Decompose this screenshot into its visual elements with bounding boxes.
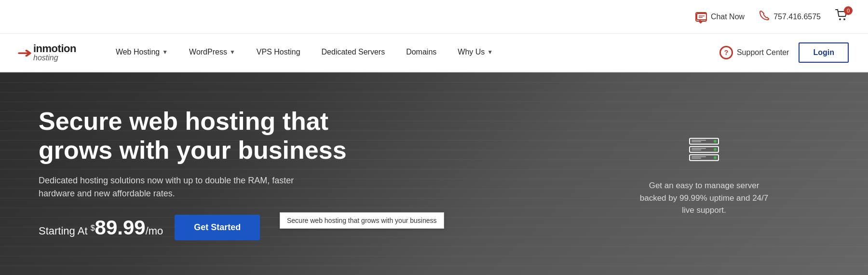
hero-section: Secure web hosting that grows with your … bbox=[0, 72, 868, 275]
chevron-down-icon: ▼ bbox=[162, 49, 168, 55]
svg-point-3 bbox=[839, 18, 841, 20]
cart-icon: 0 bbox=[835, 9, 849, 25]
nav-items: Web Hosting ▼ WordPress ▼ VPS Hosting De… bbox=[105, 33, 719, 72]
svg-point-8 bbox=[714, 140, 717, 143]
svg-rect-0 bbox=[697, 14, 706, 20]
nav-item-vps-hosting[interactable]: VPS Hosting bbox=[246, 33, 311, 72]
svg-point-9 bbox=[714, 148, 717, 151]
logo-arrow-icon: ➜ bbox=[17, 45, 32, 61]
nav-bar: ➜ inmotion hosting Web Hosting ▼ WordPre… bbox=[0, 34, 868, 72]
chat-now-link[interactable]: Chat Now bbox=[695, 12, 745, 22]
hero-price: Starting At $89.99/mo bbox=[39, 216, 163, 239]
top-bar: Chat Now 757.416.6575 0 bbox=[0, 0, 868, 34]
hero-subtitle: Dedicated hosting solutions now with up … bbox=[39, 174, 309, 200]
chevron-down-icon: ▼ bbox=[230, 49, 235, 55]
svg-point-10 bbox=[714, 156, 717, 159]
svg-rect-13 bbox=[692, 148, 706, 149]
nav-label-dedicated-servers: Dedicated Servers bbox=[322, 48, 385, 56]
price-suffix: /mo bbox=[146, 225, 163, 237]
nav-label-web-hosting: Web Hosting bbox=[116, 48, 160, 56]
svg-point-4 bbox=[843, 18, 845, 20]
chat-icon bbox=[695, 12, 707, 22]
phone-icon bbox=[759, 10, 770, 23]
svg-rect-12 bbox=[692, 141, 701, 142]
server-icon bbox=[637, 131, 772, 172]
support-center-label: Support Center bbox=[737, 48, 789, 57]
nav-item-dedicated-servers[interactable]: Dedicated Servers bbox=[311, 33, 396, 72]
logo[interactable]: ➜ inmotion hosting bbox=[19, 43, 76, 62]
hero-tooltip: Secure web hosting that grows with your … bbox=[280, 212, 444, 229]
phone-number: 757.416.6575 bbox=[773, 13, 821, 21]
nav-label-why-us: Why Us bbox=[458, 48, 485, 56]
logo-brand: inmotion bbox=[33, 43, 76, 54]
get-started-button[interactable]: Get Started bbox=[175, 215, 260, 240]
nav-item-web-hosting[interactable]: Web Hosting ▼ bbox=[105, 33, 178, 72]
support-center-link[interactable]: ? Support Center bbox=[719, 46, 789, 59]
nav-label-wordpress: WordPress bbox=[189, 48, 227, 56]
price-amount: 89.99 bbox=[95, 216, 146, 239]
cart-link[interactable]: 0 bbox=[835, 9, 849, 25]
nav-label-vps-hosting: VPS Hosting bbox=[257, 48, 300, 56]
nav-right: ? Support Center Login bbox=[719, 42, 849, 63]
svg-rect-15 bbox=[692, 156, 706, 157]
chevron-down-icon: ▼ bbox=[487, 49, 493, 55]
support-icon: ? bbox=[719, 46, 733, 59]
tooltip-text: Secure web hosting that grows with your … bbox=[287, 217, 437, 224]
starting-at-label: Starting At bbox=[39, 225, 88, 237]
phone-link[interactable]: 757.416.6575 bbox=[759, 10, 821, 23]
svg-rect-14 bbox=[692, 150, 701, 151]
nav-item-why-us[interactable]: Why Us ▼ bbox=[447, 33, 503, 72]
price-symbol: $ bbox=[91, 223, 95, 232]
nav-label-domains: Domains bbox=[406, 48, 436, 56]
chat-now-label: Chat Now bbox=[711, 13, 745, 21]
svg-rect-11 bbox=[692, 140, 706, 141]
logo-hosting: hosting bbox=[33, 54, 76, 62]
login-button[interactable]: Login bbox=[799, 42, 849, 63]
hero-content: Secure web hosting that grows with your … bbox=[0, 83, 434, 265]
nav-item-domains[interactable]: Domains bbox=[395, 33, 447, 72]
hero-right-description: Get an easy to manage server backed by 9… bbox=[637, 179, 772, 217]
hero-subtitle-text: Dedicated hosting solutions now with up … bbox=[39, 176, 294, 198]
hero-title: Secure web hosting that grows with your … bbox=[39, 107, 395, 165]
logo-text: inmotion hosting bbox=[33, 43, 76, 62]
cart-badge: 0 bbox=[844, 6, 853, 15]
hero-right-panel: Get an easy to manage server backed by 9… bbox=[637, 131, 772, 217]
nav-item-wordpress[interactable]: WordPress ▼ bbox=[178, 33, 246, 72]
svg-rect-16 bbox=[692, 158, 701, 159]
